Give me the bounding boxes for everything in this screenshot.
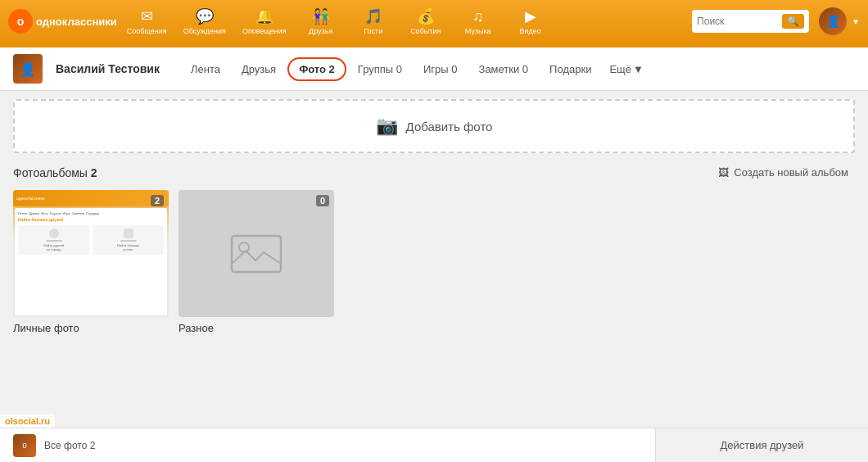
nav-friends[interactable]: 👫 Друзья <box>296 4 346 38</box>
nav-discussions[interactable]: 💬 Обсуждения <box>177 4 233 38</box>
profile-avatar[interactable]: 👤 <box>13 54 43 84</box>
album-item-personal[interactable]: одноклассники ЛентаДрузьяФотоГруппыИгрыЗ… <box>13 190 169 336</box>
tab-photos[interactable]: Фото 2 <box>287 57 346 81</box>
screenshot-card-1: Найти друзейпо городу <box>18 225 89 255</box>
discussions-icon: 💬 <box>196 7 214 25</box>
friends-actions-button[interactable]: Действия друзей <box>655 428 868 462</box>
search-button[interactable]: 🔍 <box>782 14 804 29</box>
create-album-icon: 🖼 <box>718 166 729 179</box>
album-thumbnail-misc: 0 <box>179 190 334 317</box>
tab-friends[interactable]: Друзья <box>232 59 286 79</box>
music-label: Музыка <box>465 27 491 35</box>
more-label: Ещё <box>609 63 631 75</box>
search-input[interactable] <box>697 16 779 27</box>
events-label: События <box>410 27 441 35</box>
album-placeholder <box>179 190 334 317</box>
album-item-misc[interactable]: 0 Разное <box>179 190 334 336</box>
watermark: olsocial.ru <box>0 414 55 428</box>
bottom-logo: о <box>13 434 36 457</box>
notifications-label: Оповещения <box>242 27 287 35</box>
logo-text: одноклассники <box>36 16 117 28</box>
friends-actions-label: Действия друзей <box>720 439 803 451</box>
nav-messages[interactable]: ✉ Сообщения <box>120 4 174 38</box>
tab-notes[interactable]: Заметки 0 <box>469 59 539 79</box>
search-bar: 🔍 <box>692 10 809 33</box>
top-navigation: о одноклассники ✉ Сообщения 💬 Обсуждения… <box>0 0 868 43</box>
tab-games[interactable]: Игры 0 <box>414 59 468 79</box>
album-name-misc: Разное <box>179 320 334 336</box>
video-label: Видео <box>520 27 541 35</box>
create-album-button[interactable]: 🖼 Создать новый альбом <box>712 163 855 182</box>
messages-icon: ✉ <box>141 7 153 25</box>
profile-name: Василий Тестовик <box>56 62 160 75</box>
nav-events[interactable]: 💰 События <box>401 4 450 38</box>
screenshot-content: ЛентаДрузьяФотоГруппыИгрыЗаметкиПодарки … <box>15 208 167 315</box>
profile-bar: 👤 Василий Тестовик Лента Друзья Фото 2 Г… <box>0 48 868 91</box>
guests-icon: 🎵 <box>364 7 382 25</box>
discussions-label: Обсуждения <box>183 27 226 35</box>
main-content: 📷 Добавить фото Фотоальбомы 2 🖼 Создать … <box>0 91 868 344</box>
video-icon: ▶ <box>525 7 536 25</box>
create-album-label: Создать новый альбом <box>734 166 848 179</box>
album-name-personal: Личные фото <box>13 320 169 336</box>
events-icon: 💰 <box>417 7 435 25</box>
album-thumbnail-personal: одноклассники ЛентаДрузьяФотоГруппыИгрыЗ… <box>13 190 169 317</box>
album-badge-personal: 2 <box>151 195 164 206</box>
screenshot-tabs: ЛентаДрузьяФотоГруппыИгрыЗаметкиПодарки <box>18 211 164 215</box>
add-photo-label: Добавить фото <box>406 120 493 134</box>
tab-groups[interactable]: Группы 0 <box>348 59 412 79</box>
albums-count: 2 <box>91 166 97 179</box>
bottom-bar: о Все фото 2 Действия друзей <box>0 428 868 462</box>
screenshot-body: Найти друзейпо городу Найти бывшихколлег <box>18 225 164 255</box>
nav-guests[interactable]: 🎵 Гости <box>349 4 398 38</box>
friends-label: Друзья <box>309 27 332 35</box>
tab-more[interactable]: Ещё ▼ <box>603 59 649 79</box>
albums-title: Фотоальбомы 2 <box>13 166 97 179</box>
avatar-dropdown-arrow[interactable]: ▼ <box>852 17 860 26</box>
nav-music[interactable]: ♫ Музыка <box>454 5 503 38</box>
notifications-icon: 🔔 <box>255 7 274 25</box>
bottom-bar-left: о Все фото 2 <box>0 428 655 462</box>
guests-label: Гости <box>364 27 382 35</box>
camera-icon: 📷 <box>376 116 398 137</box>
watermark-text: olsocial.ru <box>5 416 50 426</box>
add-photo-button[interactable]: 📷 Добавить фото <box>13 99 855 153</box>
user-avatar[interactable]: 👤 <box>819 7 847 35</box>
more-chevron-icon: ▼ <box>633 63 644 75</box>
music-icon: ♫ <box>472 8 484 25</box>
bottom-all-photos: Все фото 2 <box>44 440 95 451</box>
messages-label: Сообщения <box>127 27 167 35</box>
svg-rect-0 <box>232 236 281 272</box>
album-badge-misc: 0 <box>316 195 329 206</box>
nav-video[interactable]: ▶ Видео <box>506 4 555 38</box>
site-logo[interactable]: о одноклассники <box>8 9 117 34</box>
logo-icon: о <box>8 9 33 34</box>
albums-header: Фотоальбомы 2 🖼 Создать новый альбом <box>13 163 855 182</box>
placeholder-image-icon <box>228 229 285 279</box>
avatar-image: 👤 <box>819 7 847 35</box>
album-screenshot: одноклассники ЛентаДрузьяФотоГруппыИгрыЗ… <box>13 190 169 317</box>
tab-feed[interactable]: Лента <box>181 59 230 79</box>
nav-notifications[interactable]: 🔔 Оповещения <box>236 4 293 38</box>
profile-tabs: Лента Друзья Фото 2 Группы 0 Игры 0 Заме… <box>181 57 855 81</box>
tab-gifts[interactable]: Подарки <box>540 59 601 79</box>
screenshot-nav: одноклассники <box>13 190 169 206</box>
screenshot-card-2: Найти бывшихколлег <box>93 225 164 255</box>
album-grid: одноклассники ЛентаДрузьяФотоГруппыИгрыЗ… <box>13 190 855 336</box>
svg-point-1 <box>239 242 249 252</box>
friends-icon: 👫 <box>312 7 330 25</box>
